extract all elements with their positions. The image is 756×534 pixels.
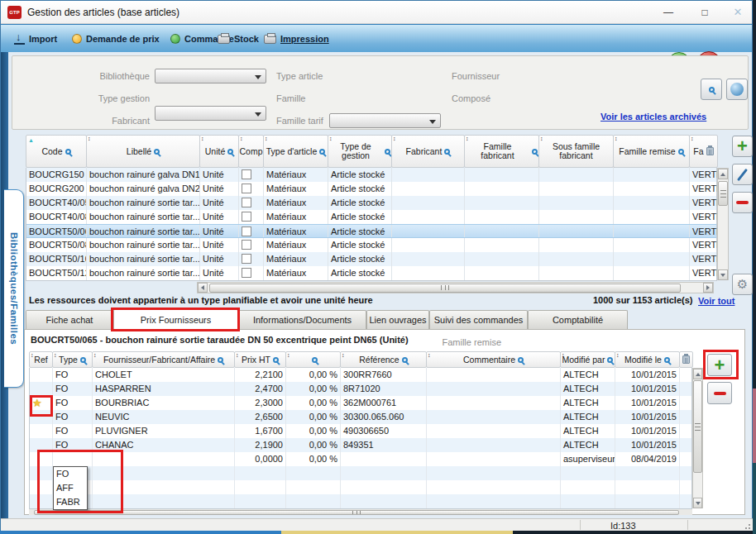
delete-price-button[interactable] [707, 382, 732, 404]
scroll-right-button[interactable] [703, 283, 713, 293]
minimize-button[interactable]: — [658, 6, 679, 20]
maximize-button[interactable]: □ [694, 6, 715, 20]
column-search-icon[interactable] [664, 357, 670, 363]
demande-de-prix-button[interactable]: Demande de prix [72, 31, 160, 46]
col-type-article[interactable]: ↕Type d'article [263, 135, 328, 168]
sidebar-tab-bibliotheques-familles[interactable]: Bibliothèques/Familles [4, 189, 24, 388]
column-search-icon[interactable] [273, 357, 279, 363]
table-row[interactable]: BOUCRT40/050bouchon rainuré sortie tar..… [26, 196, 716, 210]
col-reference[interactable]: ↕Référence [340, 351, 427, 368]
table-row[interactable]: BOUCRT40/080bouchon rainuré sortie tar..… [26, 210, 716, 224]
horizontal-scrollbar[interactable] [29, 509, 692, 515]
scroll-up-button[interactable] [718, 169, 728, 179]
column-search-icon[interactable] [518, 357, 524, 363]
column-search-icon[interactable] [607, 357, 613, 363]
filter-reset-button[interactable] [726, 79, 748, 100]
voir-articles-archives-link[interactable]: Voir les articles archivés [600, 112, 706, 122]
type-article-select[interactable] [329, 113, 441, 128]
tab-suivi-des-commandes[interactable]: Suivi des commandes [429, 310, 528, 329]
scroll-left-button[interactable] [198, 283, 208, 293]
col-trash[interactable] [679, 351, 693, 368]
price-row[interactable]: FONEUVIC2,65000,00 %30300.065.060ALTECH1… [30, 410, 691, 424]
price-row[interactable]: FOCHOLET2,21000,00 %300RR7660ALTECH10/01… [30, 368, 691, 382]
column-search-icon[interactable] [312, 357, 318, 363]
col-unite[interactable]: ↕Unité [199, 135, 239, 168]
table-row-selected[interactable]: BOUCRT50/065bouchon rainuré sortie tar..… [26, 224, 716, 238]
price-row[interactable]: FOHASPARREN2,47000,00 %8R71020ALTECH10/0… [30, 382, 691, 396]
edit-article-button[interactable] [732, 164, 753, 185]
stock-button[interactable]: Stock [218, 31, 259, 46]
tab-fiche-achat[interactable]: Fiche achat [26, 310, 113, 329]
checkbox[interactable] [242, 169, 251, 179]
col-prix-ht[interactable]: ↕Prix HT [234, 351, 286, 368]
column-search-icon[interactable] [402, 357, 408, 363]
filter-search-button[interactable] [701, 79, 722, 100]
column-search-icon[interactable] [319, 149, 325, 155]
price-row[interactable]: ★FOBOURBRIAC2,30000,00 %362M000761ALTECH… [30, 396, 691, 410]
col-modifie-par[interactable]: ↕Modifié par [560, 351, 615, 368]
col-type[interactable]: ↕Type [52, 351, 93, 368]
column-search-icon[interactable] [678, 149, 684, 155]
col-fa[interactable]: ↕Fa [689, 135, 718, 168]
col-comp[interactable]: ↕Comp [238, 135, 264, 168]
checkbox[interactable] [242, 212, 251, 222]
price-row[interactable]: FOPLUVIGNER1,67000,00 %490306650ALTECH10… [30, 424, 691, 438]
col-ref[interactable]: ↕Ref [29, 351, 53, 368]
price-row[interactable]: FOCHANAC2,19000,00 %849351ALTECH10/01/20… [30, 438, 691, 452]
col-pct[interactable]: ↕ [285, 351, 341, 368]
table-row[interactable]: BOUCRG150bouchon rainuré galva DN150Unit… [26, 168, 716, 182]
add-article-button[interactable]: + [732, 136, 753, 157]
col-famille-fabricant[interactable]: ↕Famille fabricant [464, 135, 539, 168]
vertical-scrollbar[interactable] [717, 168, 729, 280]
column-search-icon[interactable] [532, 149, 538, 155]
tab-lien-ouvrages[interactable]: Lien ouvrages [366, 310, 429, 329]
tab-comptabilite[interactable]: Comptabilité [528, 310, 628, 329]
tab-informations-documents[interactable]: Informations/Documents [238, 310, 366, 329]
col-fabricant[interactable]: ↕Fabricant [391, 135, 465, 168]
close-button[interactable]: ✕ [727, 6, 749, 20]
voir-tout-link[interactable]: Voir tout [698, 296, 734, 306]
delete-article-button[interactable] [732, 192, 753, 213]
scrollbar-thumb[interactable] [34, 510, 679, 515]
scrollbar-thumb[interactable] [718, 181, 728, 206]
column-search-icon[interactable] [385, 149, 390, 155]
col-type-gestion[interactable]: ↕Type de gestion [328, 135, 392, 168]
column-search-icon[interactable] [444, 149, 450, 155]
scroll-up-button[interactable] [693, 369, 702, 379]
column-search-icon[interactable] [154, 149, 160, 155]
scroll-down-button[interactable] [693, 498, 702, 508]
import-button[interactable]: Import [14, 31, 57, 46]
checkbox[interactable] [242, 198, 251, 207]
col-fournisseur[interactable]: ↕Fournisseur/Fabricant/Affaire [92, 351, 235, 368]
impression-button[interactable]: Impression [264, 31, 329, 46]
resize-grip[interactable] [744, 522, 750, 529]
checkbox[interactable] [242, 268, 251, 278]
trash-icon[interactable] [706, 147, 714, 155]
table-row[interactable]: BOUCRT50/100bouchon rainuré sortie tar..… [26, 252, 716, 266]
trash-icon[interactable] [682, 355, 690, 364]
horizontal-scrollbar[interactable] [197, 282, 714, 293]
table-row[interactable]: BOUCRT50/080bouchon rainuré sortie tar..… [26, 238, 716, 252]
col-modifie-le[interactable]: ↕Modifié le [615, 351, 680, 368]
settings-button[interactable]: ⚙ [732, 274, 753, 295]
col-code[interactable]: ▲Code [26, 135, 87, 168]
checkbox[interactable] [242, 240, 251, 250]
vertical-scrollbar[interactable] [692, 368, 703, 508]
col-commentaire[interactable]: ↕Commentaire [426, 351, 561, 368]
table-row[interactable]: BOUCRG200bouchon rainuré galva DN200Unit… [26, 182, 716, 196]
bibliotheque-select[interactable] [155, 69, 266, 83]
type-gestion-select[interactable] [155, 106, 266, 121]
price-row-new[interactable]: 0,00000,00 %asuperviseur08/04/2019 [30, 452, 691, 466]
checkbox[interactable] [242, 226, 251, 236]
checkbox[interactable] [242, 254, 251, 264]
column-search-icon[interactable] [80, 357, 86, 363]
column-search-icon[interactable] [227, 149, 233, 155]
column-search-icon[interactable] [65, 149, 71, 155]
column-search-icon[interactable] [218, 357, 223, 363]
table-row[interactable]: BOUCRT50/125bouchon rainuré sortie tar..… [26, 266, 716, 280]
col-famille-remise[interactable]: ↕Famille remise [613, 135, 690, 168]
scrollbar-thumb[interactable] [693, 380, 702, 473]
col-libelle[interactable]: ↕Libellé [86, 135, 200, 168]
scroll-down-button[interactable] [718, 269, 728, 280]
checkbox[interactable] [242, 184, 251, 193]
